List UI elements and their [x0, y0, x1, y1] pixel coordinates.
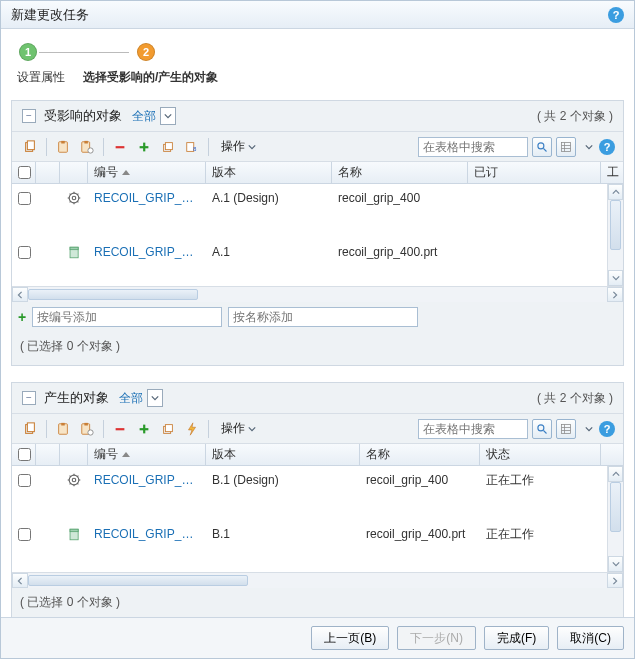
table-row[interactable]: RECOIL_GRIP_400.PRT A.1 recoil_grip_400.…	[12, 238, 623, 266]
svg-rect-46	[562, 424, 571, 433]
step-1-label[interactable]: 设置属性	[17, 69, 65, 86]
row-number-link[interactable]: RECOIL_GRIP_400.PRT	[88, 245, 206, 259]
add-icon[interactable]	[134, 137, 154, 157]
paste-icon[interactable]	[53, 137, 73, 157]
add-icon[interactable]	[134, 419, 154, 439]
affected-selection-info: ( 已选择 0 个对象 )	[12, 332, 623, 365]
scroll-thumb[interactable]	[28, 575, 248, 586]
table-settings-icon[interactable]	[556, 137, 576, 157]
scroll-right-icon[interactable]	[607, 287, 623, 302]
scroll-left-icon[interactable]	[12, 287, 28, 302]
document-icon	[68, 528, 81, 541]
row-checkbox[interactable]	[18, 528, 31, 541]
col-number[interactable]: 编号	[88, 162, 206, 183]
vertical-scrollbar[interactable]	[607, 466, 623, 572]
scroll-thumb[interactable]	[28, 289, 198, 300]
collapse-toggle[interactable]: −	[22, 109, 36, 123]
remove-icon[interactable]	[110, 419, 130, 439]
col-version[interactable]: 版本	[206, 444, 360, 465]
row-checkbox[interactable]	[18, 474, 31, 487]
col-type-icon[interactable]	[36, 444, 60, 465]
paste-icon[interactable]	[53, 419, 73, 439]
scroll-down-icon[interactable]	[608, 556, 623, 572]
affected-search-input[interactable]	[418, 137, 528, 157]
col-info-icon[interactable]	[60, 444, 88, 465]
chevron-down-icon[interactable]	[160, 107, 176, 125]
search-icon[interactable]	[532, 137, 552, 157]
duplicate-icon[interactable]	[158, 419, 178, 439]
select-all-checkbox[interactable]	[18, 448, 31, 461]
table-row[interactable]: RECOIL_GRIP_400 B.1 (Design) recoil_grip…	[12, 466, 623, 494]
col-number[interactable]: 编号	[88, 444, 206, 465]
svg-rect-16	[562, 142, 571, 151]
search-icon[interactable]	[532, 419, 552, 439]
finish-button[interactable]: 完成(F)	[484, 626, 549, 650]
copy-icon[interactable]	[20, 419, 40, 439]
panel-help-icon[interactable]: ?	[599, 139, 615, 155]
affected-table-header: 编号 版本 名称 已订 工	[12, 162, 623, 184]
view-menu-icon[interactable]	[580, 423, 595, 435]
row-number-link[interactable]: RECOIL_GRIP_400	[88, 473, 206, 487]
lightning-icon[interactable]	[182, 419, 202, 439]
panel-help-icon[interactable]: ?	[599, 421, 615, 437]
collapse-toggle[interactable]: −	[22, 391, 36, 405]
col-version[interactable]: 版本	[206, 162, 332, 183]
col-type-icon[interactable]	[36, 162, 60, 183]
row-checkbox[interactable]	[18, 192, 31, 205]
col-subscribed[interactable]: 已订	[468, 162, 601, 183]
actions-menu-button[interactable]: 操作	[215, 136, 262, 157]
table-settings-icon[interactable]	[556, 419, 576, 439]
view-menu-icon[interactable]	[580, 141, 595, 153]
add-plus-icon[interactable]: +	[18, 309, 26, 325]
row-checkbox[interactable]	[18, 246, 31, 259]
actions-label: 操作	[221, 420, 245, 437]
scroll-up-icon[interactable]	[608, 184, 623, 200]
svg-point-38	[88, 429, 93, 434]
col-extra[interactable]: 工	[601, 162, 623, 183]
horizontal-scrollbar[interactable]	[12, 572, 623, 588]
chevron-down-icon[interactable]	[147, 389, 163, 407]
vertical-scrollbar[interactable]	[607, 184, 623, 286]
scroll-right-icon[interactable]	[607, 573, 623, 588]
row-number-link[interactable]: RECOIL_GRIP_400.PRT	[88, 527, 206, 541]
select-all-checkbox[interactable]	[18, 166, 31, 179]
svg-rect-37	[84, 422, 88, 425]
add-by-number-input[interactable]	[32, 307, 222, 327]
paste-special-icon[interactable]	[77, 137, 97, 157]
col-state[interactable]: 状态	[480, 444, 601, 465]
paste-special-icon[interactable]	[77, 419, 97, 439]
resulting-search-input[interactable]	[418, 419, 528, 439]
col-checkbox[interactable]	[12, 444, 36, 465]
table-row[interactable]: RECOIL_GRIP_400 A.1 (Design) recoil_grip…	[12, 184, 623, 212]
cancel-button[interactable]: 取消(C)	[557, 626, 624, 650]
prev-button[interactable]: 上一页(B)	[311, 626, 389, 650]
add-by-name-input[interactable]	[228, 307, 418, 327]
scroll-thumb[interactable]	[610, 200, 621, 250]
table-row[interactable]: RECOIL_GRIP_400.PRT B.1 recoil_grip_400.…	[12, 520, 623, 548]
actions-menu-button[interactable]: 操作	[215, 418, 262, 439]
duplicate-icon[interactable]	[158, 137, 178, 157]
horizontal-scrollbar[interactable]	[12, 286, 623, 302]
row-name: recoil_grip_400.prt	[360, 527, 480, 541]
gear-icon	[67, 473, 81, 487]
affected-add-row: +	[12, 302, 623, 332]
scroll-thumb[interactable]	[610, 482, 621, 532]
scroll-down-icon[interactable]	[608, 270, 623, 286]
resulting-filter-select[interactable]: 全部	[119, 389, 163, 407]
copy-icon[interactable]	[20, 137, 40, 157]
collect-icon[interactable]: 8	[182, 137, 202, 157]
col-name[interactable]: 名称	[360, 444, 480, 465]
col-name[interactable]: 名称	[332, 162, 468, 183]
remove-icon[interactable]	[110, 137, 130, 157]
col-checkbox[interactable]	[12, 162, 36, 183]
svg-rect-11	[165, 142, 172, 149]
help-icon[interactable]: ?	[608, 7, 624, 23]
resulting-panel-title: 产生的对象	[44, 389, 109, 407]
scroll-left-icon[interactable]	[12, 573, 28, 588]
svg-line-45	[544, 430, 547, 433]
scroll-up-icon[interactable]	[608, 466, 623, 482]
row-number-link[interactable]: RECOIL_GRIP_400	[88, 191, 206, 205]
affected-filter-select[interactable]: 全部	[132, 107, 176, 125]
col-scroll-space	[601, 444, 623, 465]
col-info-icon[interactable]	[60, 162, 88, 183]
